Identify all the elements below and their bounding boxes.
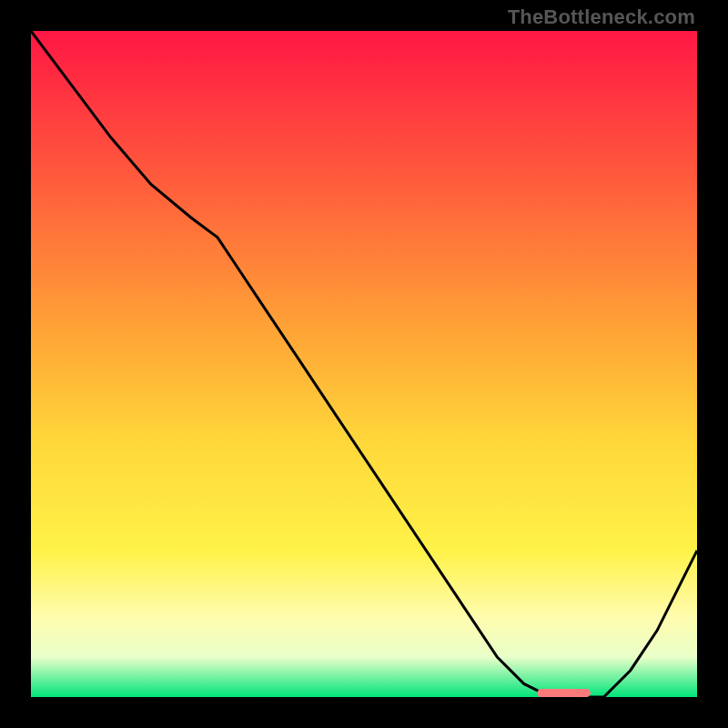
- gradient-background: [31, 31, 697, 697]
- chart-frame: [31, 31, 697, 697]
- watermark-text: TheBottleneck.com: [508, 5, 695, 29]
- bottleneck-chart: [31, 31, 697, 697]
- optimal-range-marker: [537, 689, 591, 697]
